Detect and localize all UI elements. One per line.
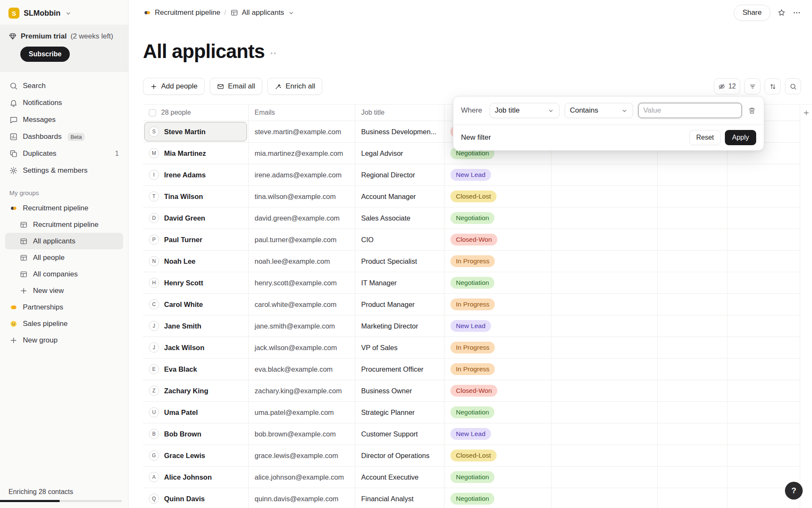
stage-cell[interactable]: In Progress bbox=[444, 337, 551, 359]
add-people-button[interactable]: Add people bbox=[143, 78, 205, 95]
stage-badge[interactable]: Negotiation bbox=[450, 493, 494, 505]
empty-cell[interactable] bbox=[727, 423, 800, 445]
empty-cell[interactable] bbox=[658, 402, 727, 423]
reset-button[interactable]: Reset bbox=[689, 130, 721, 145]
sidebar-view-all-people[interactable]: All people bbox=[5, 249, 123, 266]
job-title-cell[interactable]: Strategic Planner bbox=[355, 402, 444, 423]
emails-column-header[interactable]: Emails bbox=[249, 104, 355, 121]
name-cell[interactable]: Q Quinn Davis bbox=[143, 488, 249, 508]
name-cell[interactable]: S Steve Martin bbox=[143, 121, 249, 143]
stage-cell[interactable]: In Progress bbox=[444, 251, 551, 272]
empty-cell[interactable] bbox=[658, 294, 727, 315]
subscribe-button[interactable]: Subscribe bbox=[20, 47, 70, 62]
job-title-cell[interactable]: Procurement Officer bbox=[355, 359, 444, 380]
hidden-fields-button[interactable]: 12 bbox=[714, 78, 740, 94]
stage-cell[interactable]: Negotiation bbox=[444, 402, 551, 423]
empty-cell[interactable] bbox=[727, 402, 800, 423]
name-cell[interactable]: Z Zachary King bbox=[143, 380, 249, 402]
job-title-cell[interactable]: VP of Sales bbox=[355, 337, 444, 359]
sidebar-new-group[interactable]: New group bbox=[5, 332, 123, 348]
select-all-header-cell[interactable]: 28 people bbox=[143, 104, 249, 121]
job-title-cell[interactable]: Director of Operations bbox=[355, 445, 444, 467]
empty-cell[interactable] bbox=[727, 251, 800, 272]
email-cell[interactable]: noah.lee@example.com bbox=[249, 251, 355, 272]
empty-cell[interactable] bbox=[727, 445, 800, 467]
empty-cell[interactable] bbox=[658, 467, 727, 488]
stage-cell[interactable]: New Lead bbox=[444, 164, 551, 186]
email-cell[interactable]: david.green@example.com bbox=[249, 207, 355, 229]
email-cell[interactable]: zachary.king@example.com bbox=[249, 380, 355, 402]
table-row[interactable]: G Grace Lewis grace.lewis@example.com Di… bbox=[143, 445, 812, 467]
more-options-button[interactable] bbox=[793, 8, 801, 17]
job-title-cell[interactable]: CIO bbox=[355, 229, 444, 251]
stage-cell[interactable]: Negotiation bbox=[444, 467, 551, 488]
job-title-cell[interactable]: Financial Analyst bbox=[355, 488, 444, 508]
stage-cell[interactable]: Closed-Lost bbox=[444, 445, 551, 467]
job-title-cell[interactable]: IT Manager bbox=[355, 272, 444, 294]
email-cell[interactable]: jane.smith@example.com bbox=[249, 315, 355, 337]
stage-badge[interactable]: In Progress bbox=[450, 255, 495, 267]
table-row[interactable]: B Bob Brown bob.brown@example.com Custom… bbox=[143, 423, 812, 445]
empty-cell[interactable] bbox=[551, 337, 658, 359]
empty-cell[interactable] bbox=[658, 315, 727, 337]
add-column-button[interactable] bbox=[800, 104, 812, 121]
empty-cell[interactable] bbox=[551, 445, 658, 467]
email-all-button[interactable]: Email all bbox=[210, 78, 262, 95]
email-cell[interactable]: uma.patel@example.com bbox=[249, 402, 355, 423]
email-cell[interactable]: paul.turner@example.com bbox=[249, 229, 355, 251]
delete-filter-button[interactable] bbox=[748, 106, 756, 115]
empty-cell[interactable] bbox=[658, 229, 727, 251]
sidebar-view-recruitment-pipeline[interactable]: Recruitment pipeline bbox=[5, 216, 123, 233]
sidebar-group-sales-pipeline[interactable]: Sales pipeline bbox=[5, 315, 123, 332]
email-cell[interactable]: irene.adams@example.com bbox=[249, 164, 355, 186]
filter-button[interactable] bbox=[744, 78, 760, 94]
empty-cell[interactable] bbox=[551, 488, 658, 508]
empty-cell[interactable] bbox=[658, 445, 727, 467]
name-cell[interactable]: C Carol White bbox=[143, 294, 249, 315]
name-cell[interactable]: M Mia Martinez bbox=[143, 143, 249, 164]
name-cell[interactable]: B Bob Brown bbox=[143, 423, 249, 445]
stage-cell[interactable]: Closed-Lost bbox=[444, 186, 551, 207]
email-cell[interactable]: mia.martinez@example.com bbox=[249, 143, 355, 164]
stage-cell[interactable]: Closed-Won bbox=[444, 380, 551, 402]
table-row[interactable]: N Noah Lee noah.lee@example.com Product … bbox=[143, 251, 812, 272]
table-row[interactable]: D David Green david.green@example.com Sa… bbox=[143, 207, 812, 229]
email-cell[interactable]: jack.wilson@example.com bbox=[249, 337, 355, 359]
stage-badge[interactable]: New Lead bbox=[450, 428, 491, 440]
empty-cell[interactable] bbox=[727, 359, 800, 380]
empty-cell[interactable] bbox=[658, 488, 727, 508]
table-search-button[interactable] bbox=[785, 78, 801, 94]
stage-badge[interactable]: Closed-Won bbox=[450, 234, 497, 246]
empty-cell[interactable] bbox=[727, 380, 800, 402]
empty-cell[interactable] bbox=[551, 402, 658, 423]
workspace-switcher[interactable]: S SLMobbin bbox=[0, 0, 128, 25]
new-filter-button[interactable]: New filter bbox=[461, 133, 491, 142]
name-cell[interactable]: J Jane Smith bbox=[143, 315, 249, 337]
empty-cell[interactable] bbox=[727, 186, 800, 207]
email-cell[interactable]: carol.white@example.com bbox=[249, 294, 355, 315]
empty-cell[interactable] bbox=[727, 164, 800, 186]
table-row[interactable]: J Jack Wilson jack.wilson@example.com VP… bbox=[143, 337, 812, 359]
email-cell[interactable]: eva.black@example.com bbox=[249, 359, 355, 380]
sidebar-item-dashboards[interactable]: Dashboards Beta bbox=[5, 128, 123, 145]
empty-cell[interactable] bbox=[551, 380, 658, 402]
sidebar-view-all-companies[interactable]: All companies bbox=[5, 266, 123, 282]
empty-cell[interactable] bbox=[658, 337, 727, 359]
enrich-all-button[interactable]: Enrich all bbox=[267, 78, 322, 95]
table-row[interactable]: Q Quinn Davis quinn.davis@example.com Fi… bbox=[143, 488, 812, 508]
empty-cell[interactable] bbox=[658, 164, 727, 186]
stage-cell[interactable]: New Lead bbox=[444, 423, 551, 445]
table-row[interactable]: U Uma Patel uma.patel@example.com Strate… bbox=[143, 402, 812, 423]
name-cell[interactable]: E Eva Black bbox=[143, 359, 249, 380]
empty-cell[interactable] bbox=[551, 315, 658, 337]
empty-cell[interactable] bbox=[727, 272, 800, 294]
stage-badge[interactable]: New Lead bbox=[450, 320, 491, 332]
stage-badge[interactable]: New Lead bbox=[450, 169, 491, 181]
empty-cell[interactable] bbox=[551, 467, 658, 488]
sidebar-item-messages[interactable]: Messages bbox=[5, 111, 123, 128]
empty-cell[interactable] bbox=[658, 186, 727, 207]
apply-button[interactable]: Apply bbox=[725, 130, 756, 145]
empty-cell[interactable] bbox=[658, 207, 727, 229]
sidebar-group-partnerships[interactable]: Partnerships bbox=[5, 299, 123, 315]
empty-cell[interactable] bbox=[727, 207, 800, 229]
